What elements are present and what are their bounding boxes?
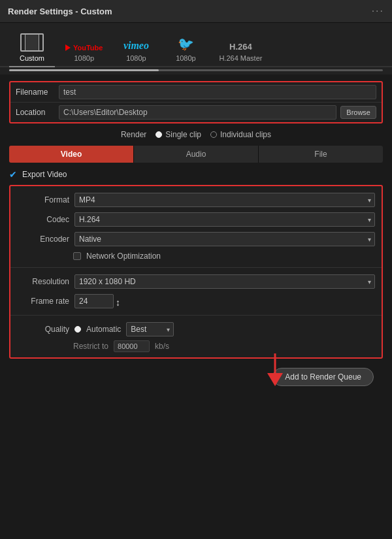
encoder-label: Encoder [17, 235, 69, 244]
encoder-select-wrapper: Native Hardware Software ▾ [74, 232, 375, 246]
settings-section: Format MP4 MOV AVI ▾ Codec H.264 H.265 P… [9, 185, 383, 359]
format-label: Format [17, 195, 69, 204]
encoder-select[interactable]: Native Hardware Software [74, 232, 375, 246]
svg-marker-1 [267, 373, 283, 386]
framerate-label: Frame rate [17, 297, 69, 306]
preset-twitter[interactable]: 🐦 1080p [163, 32, 208, 66]
quality-auto-label: Automatic [86, 325, 121, 334]
export-video-checkmark: ✔ [9, 169, 17, 180]
bottom-row: Add to Render Queue [9, 365, 383, 389]
quality-select-wrap: Best High Medium Low ▾ [126, 322, 174, 336]
file-section: Filename Location Browse [9, 81, 383, 123]
location-label: Location [16, 108, 55, 117]
resolution-label: Resolution [17, 277, 69, 286]
preset-custom[interactable]: Custom [9, 29, 55, 67]
titlebar: Render Settings - Custom ··· [0, 0, 392, 23]
twitter-icon: 🐦 [178, 36, 194, 52]
restrict-row: Restrict to kb/s [10, 339, 382, 353]
framerate-cursor-icon: ↕ [116, 297, 120, 308]
presets-bar: Custom YouTube 1080p vimeo 1080p 🐦 1080p… [0, 23, 392, 67]
restrict-unit: kb/s [155, 342, 169, 351]
quality-select[interactable]: Best High Medium Low [126, 322, 174, 336]
divider-1 [10, 267, 382, 268]
preset-vimeo[interactable]: vimeo 1080p [113, 36, 159, 66]
individual-clips-group[interactable]: Individual clips [210, 130, 271, 139]
filename-input[interactable] [59, 85, 376, 99]
render-label: Render [121, 130, 146, 139]
network-opt-label: Network Optimization [86, 252, 161, 261]
red-arrow-icon [262, 353, 288, 388]
preset-h264[interactable]: H.264 H.264 Master [212, 38, 269, 66]
filename-row: Filename [10, 82, 382, 102]
export-video-label: Export Video [22, 170, 67, 179]
format-select[interactable]: MP4 MOV AVI [74, 193, 375, 207]
more-options-icon[interactable]: ··· [372, 5, 384, 17]
single-clip-label: Single clip [165, 130, 201, 139]
framerate-input[interactable] [74, 294, 114, 308]
progress-bar [9, 69, 383, 71]
export-video-row[interactable]: ✔ Export Video [9, 169, 383, 180]
codec-select[interactable]: H.264 H.265 ProRes [74, 212, 375, 227]
preset-custom-label: Custom [20, 54, 44, 62]
quality-label: Quality [17, 325, 69, 334]
codec-label: Codec [17, 215, 69, 224]
encoder-row: Encoder Native Hardware Software ▾ [10, 229, 382, 249]
preset-youtube[interactable]: YouTube 1080p [59, 40, 109, 66]
tab-audio[interactable]: Audio [134, 146, 259, 163]
youtube-icon: YouTube [65, 44, 103, 52]
framerate-row: Frame rate ↕ [10, 291, 382, 311]
preset-vimeo-label: 1080p [126, 54, 146, 62]
progress-bar-fill [9, 69, 159, 71]
location-input[interactable] [59, 105, 336, 120]
window-title: Render Settings - Custom [8, 7, 112, 16]
network-opt-checkbox[interactable] [73, 252, 81, 260]
preset-youtube-label: 1080p [74, 54, 94, 62]
codec-select-wrapper: H.264 H.265 ProRes ▾ [74, 212, 375, 227]
individual-clips-label: Individual clips [220, 130, 271, 139]
tabs-row: Video Audio File [9, 146, 383, 163]
main-content: Filename Location Browse Render Single c… [0, 74, 392, 395]
vimeo-icon: vimeo [123, 40, 149, 52]
restrict-input[interactable] [114, 340, 150, 352]
quality-radio[interactable] [74, 326, 81, 333]
preset-h264-label: H.264 Master [219, 54, 262, 62]
restrict-label: Restrict to [73, 342, 108, 351]
progress-bar-container [0, 67, 392, 74]
location-row: Location Browse [10, 102, 382, 122]
h264-icon: H.264 [229, 42, 252, 52]
codec-row: Codec H.264 H.265 ProRes ▾ [10, 210, 382, 229]
film-icon [20, 33, 44, 52]
quality-row: Quality Automatic Best High Medium Low ▾ [10, 319, 382, 339]
framerate-input-wrap: ↕ [74, 294, 114, 308]
format-row: Format MP4 MOV AVI ▾ [10, 190, 382, 210]
individual-clips-radio[interactable] [210, 131, 217, 138]
single-clip-group[interactable]: Single clip [155, 130, 201, 139]
render-row: Render Single clip Individual clips [9, 130, 383, 139]
filename-label: Filename [16, 88, 55, 97]
preset-twitter-label: 1080p [176, 54, 196, 62]
format-select-wrapper: MP4 MOV AVI ▾ [74, 193, 375, 207]
browse-button[interactable]: Browse [340, 106, 376, 119]
resolution-select[interactable]: 1920 x 1080 HD 1280 x 720 HD 3840 x 2160… [74, 274, 375, 289]
divider-2 [10, 315, 382, 316]
resolution-row: Resolution 1920 x 1080 HD 1280 x 720 HD … [10, 272, 382, 291]
single-clip-radio[interactable] [155, 131, 162, 138]
tab-file[interactable]: File [259, 146, 383, 163]
network-opt-row: Network Optimization [10, 249, 382, 263]
tab-video[interactable]: Video [9, 146, 134, 163]
resolution-select-wrapper: 1920 x 1080 HD 1280 x 720 HD 3840 x 2160… [74, 274, 375, 289]
